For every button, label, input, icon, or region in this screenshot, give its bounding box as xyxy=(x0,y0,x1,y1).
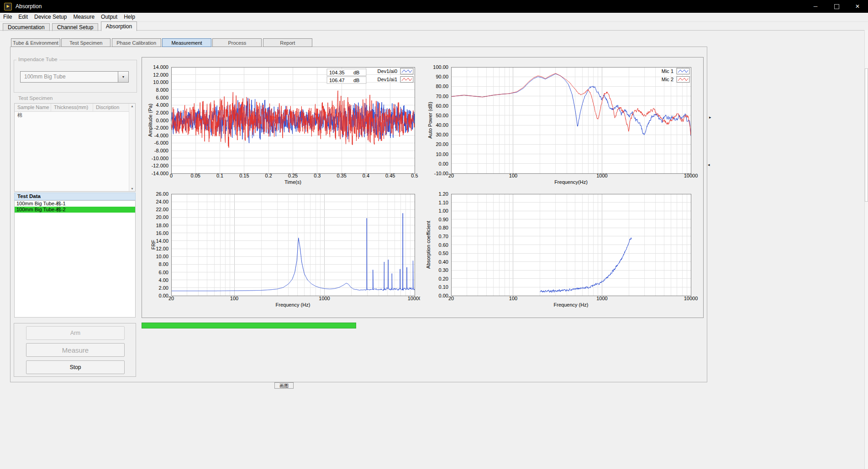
test-specimen-table-header: Sample Name Thickness(mm) Discription xyxy=(15,104,135,112)
tab-process[interactable]: Process xyxy=(212,38,262,47)
dropdown-arrow-icon[interactable]: ▼ xyxy=(118,72,128,82)
svg-text:8.00: 8.00 xyxy=(159,261,168,267)
column-discription: Discription xyxy=(93,104,130,111)
svg-text:20: 20 xyxy=(168,296,174,301)
test-data-header: Test Data xyxy=(14,193,136,200)
svg-text:8.000: 8.000 xyxy=(156,87,168,93)
svg-text:1.20: 1.20 xyxy=(439,191,448,197)
tab-absorption[interactable]: Absorption xyxy=(101,21,137,31)
scroll-up-icon[interactable]: ▲ xyxy=(129,104,135,108)
menu-output[interactable]: Output xyxy=(98,13,121,21)
close-button[interactable]: ✕ xyxy=(847,0,868,13)
svg-text:0.1: 0.1 xyxy=(216,173,223,178)
legend-item[interactable]: Dev1/ai0 xyxy=(378,68,413,74)
maximize-button[interactable] xyxy=(826,0,847,13)
svg-text:4.000: 4.000 xyxy=(156,102,168,108)
svg-text:1000: 1000 xyxy=(319,296,330,301)
measure-button[interactable]: Measure xyxy=(26,343,125,357)
svg-text:26.00: 26.00 xyxy=(156,191,168,197)
menu-edit[interactable]: Edit xyxy=(15,13,31,21)
svg-text:-6.000: -6.000 xyxy=(154,140,168,146)
svg-text:40.00: 40.00 xyxy=(436,122,448,128)
svg-text:106.47: 106.47 xyxy=(329,78,345,83)
svg-text:Frequency (Hz): Frequency (Hz) xyxy=(554,302,589,307)
svg-text:0: 0 xyxy=(170,173,173,178)
auto-power-chart: 100.0090.0080.0070.0060.0050.0040.0030.0… xyxy=(424,61,703,192)
svg-text:50.00: 50.00 xyxy=(436,113,448,118)
scrollbar-thumb[interactable] xyxy=(865,68,868,202)
list-item[interactable]: 100mm Big Tube-棉-1 xyxy=(15,201,135,207)
svg-text:22.00: 22.00 xyxy=(156,207,168,212)
menu-device-setup[interactable]: Device Setup xyxy=(31,13,70,21)
column-thickness: Thickness(mm) xyxy=(51,104,93,111)
play-arrow-icon: ▶ xyxy=(6,5,9,8)
svg-text:12.00: 12.00 xyxy=(156,246,168,251)
tab-phase-calibration[interactable]: Phase Calibration xyxy=(112,38,161,47)
svg-text:FRF: FRF xyxy=(151,240,156,250)
svg-text:14.000: 14.000 xyxy=(153,64,168,70)
tab-report[interactable]: Report xyxy=(263,38,312,47)
svg-text:Time(s): Time(s) xyxy=(284,179,301,185)
svg-text:dB: dB xyxy=(353,78,359,83)
close-icon: ✕ xyxy=(855,3,860,10)
stop-button[interactable]: Stop xyxy=(26,360,125,374)
cursor-readout: 106.47dB xyxy=(327,77,366,83)
svg-text:80.00: 80.00 xyxy=(436,83,448,89)
svg-text:0.20: 0.20 xyxy=(439,276,448,281)
svg-text:-12.000: -12.000 xyxy=(152,163,168,168)
svg-text:-4.000: -4.000 xyxy=(154,133,168,138)
table-scrollbar[interactable]: ▲ ▼ xyxy=(129,104,135,191)
svg-text:0.60: 0.60 xyxy=(439,242,448,248)
svg-text:0.10: 0.10 xyxy=(439,284,448,290)
svg-text:12.000: 12.000 xyxy=(153,72,168,78)
svg-text:0.05: 0.05 xyxy=(191,173,200,178)
svg-text:0.40: 0.40 xyxy=(439,259,448,265)
minimize-icon: ─ xyxy=(814,3,818,10)
tab-test-specimen[interactable]: Test Specimen xyxy=(61,38,110,47)
test-data-list: 100mm Big Tube-棉-1 100mm Big Tube-棉-2 xyxy=(14,200,136,318)
svg-text:0.90: 0.90 xyxy=(439,217,448,222)
svg-text:0.5: 0.5 xyxy=(411,173,418,178)
tab-measurement[interactable]: Measurement xyxy=(162,38,211,47)
svg-text:-10.000: -10.000 xyxy=(152,156,168,161)
minimize-button[interactable]: ─ xyxy=(805,0,826,13)
menu-file[interactable]: File xyxy=(0,13,15,21)
svg-text:Mic 2: Mic 2 xyxy=(662,77,673,82)
svg-text:1000: 1000 xyxy=(596,296,607,301)
svg-text:6.00: 6.00 xyxy=(159,270,168,275)
svg-text:0.30: 0.30 xyxy=(439,267,448,273)
cursor-readout: 104.35dB xyxy=(327,69,366,76)
table-row[interactable]: 棉 xyxy=(15,112,135,119)
impedance-tube-dropdown[interactable]: 100mm Big Tube ▼ xyxy=(20,71,129,83)
svg-text:0.3: 0.3 xyxy=(314,173,321,178)
svg-text:4.00: 4.00 xyxy=(159,277,168,283)
arm-button[interactable]: Arm xyxy=(26,326,125,340)
svg-text:Dev1/ai1: Dev1/ai1 xyxy=(378,77,397,82)
svg-text:1.00: 1.00 xyxy=(439,208,448,214)
svg-text:20.00: 20.00 xyxy=(436,141,448,147)
maximize-icon xyxy=(834,4,839,9)
absorption-coefficient-chart: 1.201.101.000.900.800.700.600.500.400.30… xyxy=(424,188,703,316)
svg-text:0.25: 0.25 xyxy=(288,173,298,178)
tab-draw[interactable]: 画图 xyxy=(274,382,294,389)
menu-help[interactable]: Help xyxy=(121,13,138,21)
svg-text:2.00: 2.00 xyxy=(159,285,168,291)
svg-text:20: 20 xyxy=(448,296,454,301)
svg-text:Absorption coefficient: Absorption coefficient xyxy=(426,221,431,269)
legend-item[interactable]: Dev1/ai1 xyxy=(378,77,413,83)
list-item-selected[interactable]: 100mm Big Tube-棉-2 xyxy=(15,207,135,213)
measurement-progress-bar xyxy=(142,323,356,328)
svg-text:Dev1/ai0: Dev1/ai0 xyxy=(378,68,397,74)
pane-arrow-right-icon[interactable]: ▸ xyxy=(709,115,711,120)
svg-text:0.80: 0.80 xyxy=(439,225,448,230)
menu-measure[interactable]: Measure xyxy=(70,13,98,21)
svg-text:20: 20 xyxy=(448,173,454,178)
scroll-down-icon[interactable]: ▼ xyxy=(129,187,135,190)
pane-arrow-left-icon[interactable]: ◂ xyxy=(708,163,710,167)
svg-text:0.45: 0.45 xyxy=(385,173,395,178)
vertical-scrollbar[interactable] xyxy=(864,30,868,469)
tab-tube-environment[interactable]: Tube & Environment xyxy=(11,38,60,47)
time-waveform-chart: 14.00012.00010.0008.0006.0004.0002.0000.… xyxy=(144,61,420,192)
svg-text:90.00: 90.00 xyxy=(436,74,448,79)
svg-text:Frequency (Hz): Frequency (Hz) xyxy=(276,302,310,307)
